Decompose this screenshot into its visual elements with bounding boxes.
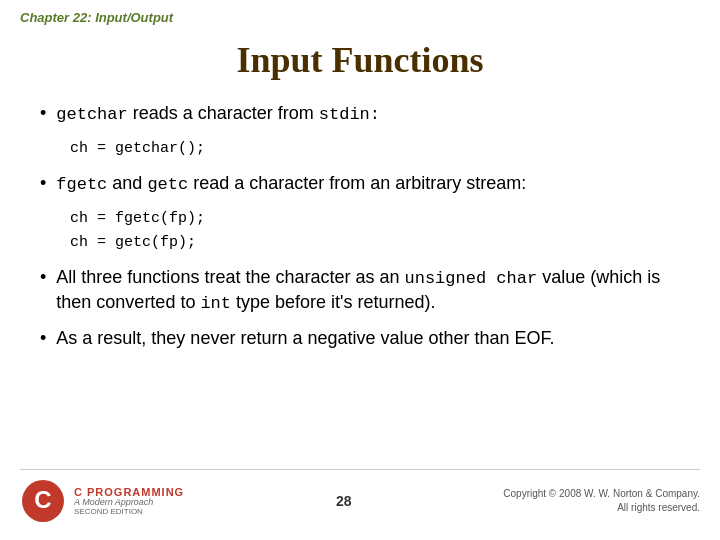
bullet-marker-2: • xyxy=(40,173,46,194)
chapter-title: Chapter 22: Input/Output xyxy=(20,10,173,25)
code-block-1: ch = getchar(); xyxy=(70,137,680,161)
logo-edition: SECOND EDITION xyxy=(74,508,184,517)
svg-text:C: C xyxy=(34,486,51,513)
page-number: 28 xyxy=(336,493,352,509)
chapter-header: Chapter 22: Input/Output xyxy=(0,0,720,29)
logo-text-area: C PROGRAMMING A Modern Approach SECOND E… xyxy=(74,486,184,517)
copyright-text: Copyright © 2008 W. W. Norton & Company.… xyxy=(503,487,700,515)
bullet-text-1: getchar reads a character from stdin: xyxy=(56,101,380,127)
logo-title: C PROGRAMMING xyxy=(74,486,184,498)
slide: Chapter 22: Input/Output Input Functions… xyxy=(0,0,720,540)
bullet-item-2: • fgetc and getc read a character from a… xyxy=(40,171,680,197)
bullet-marker-4: • xyxy=(40,328,46,349)
footer: C C PROGRAMMING A Modern Approach SECOND… xyxy=(0,478,720,524)
bullet-item-1: • getchar reads a character from stdin: xyxy=(40,101,680,127)
code-stdin: stdin: xyxy=(319,105,380,124)
copyright-line1: Copyright © 2008 W. W. Norton & Company. xyxy=(503,488,700,499)
bullet-text-3: All three functions treat the character … xyxy=(56,265,680,317)
code-getchar: getchar xyxy=(56,105,127,124)
c-logo-icon: C xyxy=(20,478,66,524)
code-int: int xyxy=(200,294,231,313)
bullet-text-2: fgetc and getc read a character from an … xyxy=(56,171,526,197)
bullet-item-3: • All three functions treat the characte… xyxy=(40,265,680,317)
bullet-item-4: • As a result, they never return a negat… xyxy=(40,326,680,351)
bullet-marker-3: • xyxy=(40,267,46,288)
code-fgetc: fgetc xyxy=(56,175,107,194)
code-getc: getc xyxy=(147,175,188,194)
footer-divider xyxy=(20,469,700,470)
code-block-2: ch = fgetc(fp);ch = getc(fp); xyxy=(70,207,680,255)
logo-area: C C PROGRAMMING A Modern Approach SECOND… xyxy=(20,478,184,524)
page-title: Input Functions xyxy=(0,29,720,101)
content-area: • getchar reads a character from stdin: … xyxy=(0,101,720,371)
bullet-text-4: As a result, they never return a negativ… xyxy=(56,326,554,351)
bullet-marker-1: • xyxy=(40,103,46,124)
code-unsigned-char: unsigned char xyxy=(405,269,538,288)
copyright-line2: All rights reserved. xyxy=(617,502,700,513)
